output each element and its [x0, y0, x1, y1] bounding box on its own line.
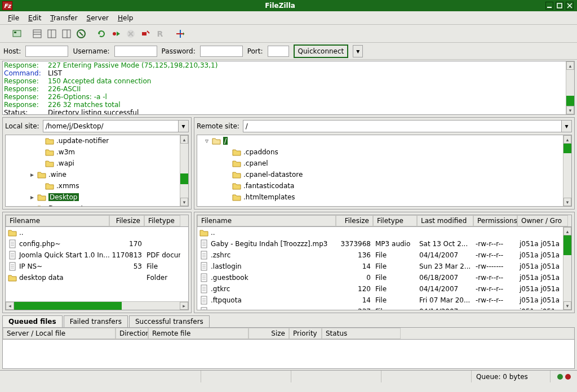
expand-icon[interactable]: ▿: [204, 137, 210, 145]
list-item[interactable]: .gtkrc120File04/14/2007-rw-r--r--j051a j…: [197, 283, 571, 295]
menu-transfer[interactable]: Transfer: [46, 13, 82, 23]
expand-icon[interactable]: ▸: [29, 204, 35, 207]
file-icon: [8, 251, 17, 260]
reconnect-button[interactable]: R: [153, 27, 167, 41]
menu-file[interactable]: File: [3, 13, 24, 23]
file-name: desktop data: [19, 274, 64, 282]
list-item[interactable]: ..: [6, 227, 188, 238]
column-header[interactable]: Permissions: [473, 215, 517, 226]
remote-filelist[interactable]: FilenameFilesizeFiletypeLast modifiedPer…: [197, 215, 572, 310]
file-size: 120: [336, 285, 373, 293]
remote-path-combo[interactable]: / ▾: [243, 120, 572, 132]
toggle-log-button[interactable]: [30, 27, 44, 41]
tree-item[interactable]: .xmms: [6, 180, 188, 191]
file-icon: [8, 239, 17, 248]
statusbar: Queue: 0 bytes: [0, 370, 577, 382]
refresh-button[interactable]: [95, 27, 108, 41]
tree-item[interactable]: .w3m: [6, 146, 188, 158]
column-header[interactable]: Filesize: [109, 215, 144, 226]
tree-item[interactable]: ▸Desktop: [6, 191, 188, 203]
tree-item[interactable]: .htmltemplates: [197, 191, 571, 203]
password-input[interactable]: [200, 46, 243, 57]
column-header[interactable]: Direction: [116, 328, 148, 339]
column-header[interactable]: Filetype: [144, 215, 180, 226]
list-item[interactable]: Gaby - Begitu Indah [Troozzz].mp33373968…: [197, 238, 571, 250]
host-input[interactable]: [25, 46, 68, 57]
local-hscrollbar[interactable]: ◂▸: [6, 301, 188, 310]
chevron-down-icon[interactable]: ▾: [561, 121, 571, 132]
username-input[interactable]: [114, 46, 157, 57]
tab-queued-files[interactable]: Queued files: [2, 315, 63, 327]
list-item[interactable]: desktop dataFolder: [6, 272, 188, 283]
file-type: File: [373, 274, 417, 282]
filter-button[interactable]: [174, 27, 187, 41]
list-item[interactable]: ..: [197, 227, 571, 238]
transfer-queue[interactable]: Server / Local fileDirectionRemote fileS…: [2, 327, 575, 369]
log-scrollbar[interactable]: ▴▾: [566, 61, 574, 114]
list-item[interactable]: .emacs237File04/14/2007-rw-r--r--j051a j…: [197, 306, 571, 310]
column-header[interactable]: Filename: [197, 215, 336, 226]
localtree-scrollbar[interactable]: ▴▾: [180, 135, 188, 206]
minimize-button[interactable]: [545, 2, 553, 10]
tree-item[interactable]: ▸Documents: [6, 203, 188, 207]
remotetree-scrollbar[interactable]: ▴▾: [563, 135, 571, 206]
column-header[interactable]: Server / Local file: [3, 328, 116, 339]
close-button[interactable]: [566, 2, 574, 10]
list-item[interactable]: .ftpquota14FileFri 07 Mar 20...-rw-r--r-…: [197, 295, 571, 306]
quickconnect-button[interactable]: Quickconnect: [294, 44, 349, 58]
tree-label: Desktop: [48, 193, 79, 201]
tab-successful-transfers[interactable]: Successful transfers: [129, 315, 210, 327]
tree-item[interactable]: .update-notifier: [6, 135, 188, 146]
tree-label: .wapi: [56, 159, 74, 167]
remotefiles-scrollbar[interactable]: ▴▾: [563, 227, 571, 310]
list-item[interactable]: .lastlogin14FileSun 23 Mar 2...-rw------…: [197, 261, 571, 272]
list-item[interactable]: .zshrc136File04/14/2007-rw-r--r--j051a j…: [197, 250, 571, 261]
list-item[interactable]: .guestbook0File06/18/2007-rw-r--r--j051a…: [197, 272, 571, 283]
log-message: 227 Entering Passive Mode (75,125,198,21…: [48, 61, 218, 69]
column-header[interactable]: Status: [322, 328, 401, 339]
remote-tree[interactable]: ▿/.cpaddons.cpanel.cpanel-datastore.fant…: [197, 135, 572, 207]
port-input[interactable]: [268, 46, 289, 57]
expand-icon[interactable]: ▸: [29, 193, 35, 201]
menu-server[interactable]: Server: [82, 13, 113, 23]
list-item[interactable]: Joomla Quick Start 1.0 In...1170813PDF d…: [6, 250, 188, 261]
toggle-localtree-button[interactable]: [45, 27, 59, 41]
tree-item[interactable]: .cpanel-datastore: [197, 169, 571, 180]
quickconnect-bar: Host: Username: Password: Port: Quickcon…: [0, 43, 577, 60]
expand-icon[interactable]: ▸: [29, 171, 35, 179]
column-header[interactable]: Last modified: [417, 215, 473, 226]
tree-item[interactable]: ▿/: [197, 135, 571, 146]
local-filelist[interactable]: FilenameFilesizeFiletype ..config.php~17…: [5, 215, 189, 310]
column-header[interactable]: Remote file: [148, 328, 248, 339]
list-item[interactable]: IP NS~53File: [6, 261, 188, 272]
column-header[interactable]: Filename: [6, 215, 109, 226]
tree-item[interactable]: .wapi: [6, 158, 188, 169]
menu-help[interactable]: Help: [113, 13, 137, 23]
processqueue-button[interactable]: [109, 27, 123, 41]
disconnect-button[interactable]: [139, 27, 152, 41]
folder-icon: [45, 148, 54, 156]
cancel-button[interactable]: [124, 27, 137, 41]
tree-item[interactable]: .fantasticodata: [197, 180, 571, 191]
port-label: Port:: [247, 47, 263, 55]
local-path-combo[interactable]: /home/j/Desktop/ ▾: [43, 120, 189, 132]
tree-item[interactable]: .cpaddons: [197, 146, 571, 158]
sitemanager-button[interactable]: [10, 27, 24, 41]
local-tree[interactable]: .update-notifier.w3m.wapi▸.wine.xmms▸Des…: [5, 135, 189, 207]
file-name: ..: [19, 229, 24, 237]
column-header[interactable]: Owner / Gro: [517, 215, 568, 226]
column-header[interactable]: Filetype: [373, 215, 417, 226]
list-item[interactable]: config.php~170: [6, 238, 188, 250]
chevron-down-icon[interactable]: ▾: [178, 121, 188, 132]
toggle-remotetree-button[interactable]: [60, 27, 73, 41]
tree-item[interactable]: ▸.wine: [6, 169, 188, 180]
tab-failed-transfers[interactable]: Failed transfers: [64, 315, 128, 327]
menu-edit[interactable]: Edit: [24, 13, 46, 23]
column-header[interactable]: Filesize: [336, 215, 373, 226]
column-header[interactable]: Priority: [289, 328, 322, 339]
tree-item[interactable]: .cpanel: [197, 158, 571, 169]
quickconnect-history-dropdown[interactable]: ▾: [353, 45, 363, 57]
column-header[interactable]: Size: [248, 328, 289, 339]
toggle-queue-button[interactable]: [74, 27, 88, 41]
maximize-button[interactable]: [556, 2, 563, 10]
